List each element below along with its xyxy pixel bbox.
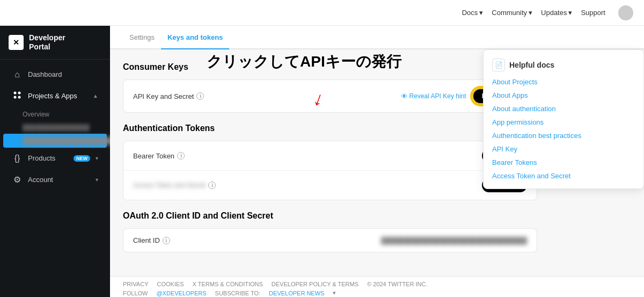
client-id-row: Client ID ℹ ████████████████████████████…: [123, 229, 537, 252]
account-chevron-icon: ▾: [96, 177, 98, 183]
tab-settings[interactable]: Settings: [123, 26, 161, 49]
top-nav-links: Docs ▾ Community ▾ Updates ▾ Support: [462, 5, 633, 20]
sidebar-item-dashboard[interactable]: ⌂ Dashboard: [3, 64, 107, 85]
sidebar-logo[interactable]: ✕ Developer Portal: [0, 26, 110, 60]
api-key-info-icon[interactable]: ℹ: [196, 92, 204, 100]
bearer-token-info-icon[interactable]: ℹ: [177, 152, 185, 160]
footer-follow-link[interactable]: @XDEVELOPERS: [156, 290, 206, 296]
footer-copyright: © 2024 TWITTER INC.: [367, 281, 427, 287]
docs-menu[interactable]: Docs ▾: [462, 9, 484, 17]
footer-right: FOLLOW @XDEVELOPERS SUBSCRIBE TO: DEVELO…: [123, 289, 336, 296]
community-menu[interactable]: Community ▾: [492, 9, 532, 17]
helpful-docs-links: About Projects About Apps About authenti…: [492, 78, 635, 180]
footer-follow-label: FOLLOW: [123, 290, 148, 296]
footer-cookies[interactable]: COOKIES: [157, 281, 184, 287]
sidebar-sub-item-blurred1[interactable]: ████████████████: [0, 121, 110, 133]
community-chevron-icon: ▾: [529, 9, 532, 17]
helpful-docs-panel: 📄 Helpful docs About Projects About Apps…: [483, 49, 644, 189]
support-link[interactable]: Support: [581, 9, 605, 17]
client-id-info-icon[interactable]: ℹ: [163, 237, 170, 244]
footer-x-terms[interactable]: X TERMS & CONDITIONS: [193, 281, 263, 287]
doc-icon: 📄: [492, 59, 505, 71]
oauth-title: OAuth 2.0 Client ID and Client Secret: [123, 211, 537, 221]
sidebar-logo-text: Developer Portal: [29, 33, 65, 52]
client-id-actions: ████████████████████████████████: [381, 237, 527, 244]
sidebar-item-account[interactable]: ⚙ Account ▾: [3, 169, 107, 190]
about-apps-link[interactable]: About Apps: [492, 91, 635, 99]
access-token-secret-link[interactable]: Access Token and Secret: [492, 172, 635, 180]
access-token-label-text: Access Token and Secret: [133, 182, 206, 189]
auth-tokens-card: Bearer Token ℹ Generate Access Token and…: [123, 141, 537, 200]
about-authentication-link[interactable]: About authentication: [492, 105, 635, 113]
projects-apps-chevron-icon: ▲: [93, 93, 98, 99]
access-token-info-icon[interactable]: ℹ: [208, 182, 216, 189]
home-icon: ⌂: [12, 70, 23, 79]
oauth-card: Client ID ℹ ████████████████████████████…: [123, 228, 537, 252]
footer-expand-icon[interactable]: ▾: [333, 289, 336, 296]
bearer-token-label: Bearer Token ℹ: [133, 152, 185, 160]
client-id-label: Client ID ℹ: [133, 236, 170, 244]
consumer-keys-title: Consumer Keys: [123, 62, 537, 72]
svg-point-1: [18, 91, 21, 94]
sidebar-label-account: Account: [28, 176, 90, 184]
client-id-value: ████████████████████████████████: [381, 237, 527, 244]
updates-menu[interactable]: Updates ▾: [541, 9, 572, 17]
sidebar: ✕ Developer Portal ⌂ Dashboard: [0, 26, 110, 297]
updates-chevron-icon: ▾: [568, 9, 572, 17]
avatar[interactable]: [618, 5, 633, 20]
access-token-row: Access Token and Secret ℹ Generate: [123, 171, 537, 200]
sidebar-item-projects-apps[interactable]: Projects & Apps ▲: [3, 85, 107, 107]
bearer-tokens-link[interactable]: Bearer Tokens: [492, 158, 635, 166]
sidebar-nav: ⌂ Dashboard Projects & Apps ▲ Overview: [0, 60, 110, 297]
consumer-keys-card: API Key and Secret ℹ 👁 Reveal API Key hi…: [123, 79, 537, 113]
top-nav: Docs ▾ Community ▾ Updates ▾ Support: [0, 0, 644, 26]
footer-dev-policy[interactable]: DEVELOPER POLICY & TERMS: [272, 281, 358, 287]
content-area: Settings Keys and tokens クリックしてAPIキーの発行 …: [110, 26, 644, 297]
sidebar-label-projects-apps: Projects & Apps: [28, 92, 87, 100]
bearer-token-row: Bearer Token ℹ Generate: [123, 141, 537, 171]
api-key-label: API Key and Secret ℹ: [133, 92, 204, 100]
svg-point-0: [14, 91, 17, 94]
api-key-link[interactable]: API Key: [492, 145, 635, 153]
auth-best-practices-link[interactable]: Authentication best practices: [492, 132, 635, 140]
api-key-secret-row: API Key and Secret ℹ 👁 Reveal API Key hi…: [123, 80, 537, 112]
docs-chevron-icon: ▾: [479, 9, 483, 17]
main-layout: ✕ Developer Portal ⌂ Dashboard: [0, 26, 644, 297]
eye-icon: 👁: [401, 92, 408, 100]
svg-point-3: [18, 96, 21, 98]
tab-keys-tokens[interactable]: Keys and tokens: [161, 26, 229, 49]
projects-icon: [12, 91, 23, 102]
reveal-api-key-link[interactable]: 👁 Reveal API Key hint: [401, 92, 466, 100]
new-badge: NEW: [74, 155, 90, 162]
products-icon: {}: [12, 154, 23, 163]
svg-point-2: [14, 96, 17, 98]
sidebar-sub-item-overview[interactable]: Overview: [0, 107, 110, 121]
tabs-bar: Settings Keys and tokens: [110, 26, 644, 49]
access-token-label: Access Token and Secret ℹ: [133, 182, 216, 189]
sidebar-sub-item-blurred2[interactable]: ████████████████████: [3, 134, 107, 148]
app-permissions-link[interactable]: App permissions: [492, 118, 635, 126]
sidebar-item-products[interactable]: {} Products NEW ▾: [3, 148, 107, 169]
footer-subscribe-link[interactable]: DEVELOPER NEWS: [269, 290, 324, 296]
sidebar-label-dashboard: Dashboard: [28, 70, 98, 78]
settings-icon: ⚙: [12, 175, 23, 185]
x-logo-icon: ✕: [9, 35, 24, 50]
auth-tokens-title: Authentication Tokens: [123, 124, 537, 133]
sidebar-label-products: Products: [28, 154, 68, 162]
about-projects-link[interactable]: About Projects: [492, 78, 635, 86]
footer-privacy[interactable]: PRIVACY: [123, 281, 148, 287]
footer-left: PRIVACY COOKIES X TERMS & CONDITIONS DEV…: [123, 281, 427, 287]
products-chevron-icon: ▾: [96, 155, 98, 161]
footer-subscribe-label: SUBSCRIBE TO:: [215, 290, 261, 296]
helpful-docs-title: 📄 Helpful docs: [492, 59, 635, 71]
footer: PRIVACY COOKIES X TERMS & CONDITIONS DEV…: [110, 276, 644, 297]
